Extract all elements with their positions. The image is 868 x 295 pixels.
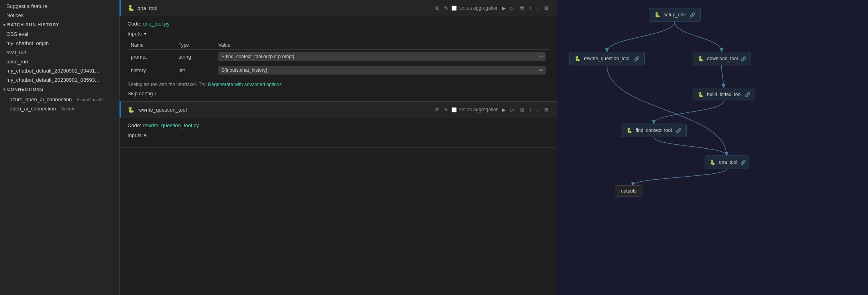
batch-run-item[interactable]: my_chatbot_origin (0, 39, 119, 48)
tool-header: 🐍 qna_tool ⧉ ✎ set as aggregation ▶ ▷ 🗑 … (120, 0, 557, 16)
flow-node-outputs[interactable]: outputs (615, 185, 642, 197)
value-input-wrap: ✏ (218, 66, 546, 75)
input-type: string (175, 50, 215, 64)
sidebar: Suggest a feature Notices ▾ BATCH RUN HI… (0, 0, 120, 295)
node-icon-qna_tool: 🐍 (710, 159, 716, 165)
input-name: prompt (128, 50, 175, 64)
node-label-download_tool: download_tool (707, 56, 738, 61)
inputs-header[interactable]: Inputs ▾ (128, 31, 549, 37)
tool-card-rewrite_question_tool: 🐍 rewrite_question_tool ⧉ ✎ set as aggre… (120, 102, 557, 148)
node-label-qna_tool: qna_tool (719, 159, 737, 165)
aggregation-label: set as aggregation (459, 5, 499, 11)
node-link-build_index_tool[interactable]: 🔗 (745, 92, 750, 97)
move-down-button[interactable]: ↓ (535, 106, 541, 114)
node-label-build_index_tool: build_index_tool (707, 92, 742, 97)
flow-node-setup_env[interactable]: 🐍 setup_env 🔗 (649, 8, 701, 22)
node-label-setup_env: setup_env (664, 12, 685, 18)
node-icon-find_context_tool: 🐍 (626, 127, 632, 134)
run-all-button[interactable]: ▷ (509, 4, 516, 12)
batch-run-item[interactable]: base_run (0, 57, 119, 66)
run-all-button[interactable]: ▷ (509, 106, 516, 114)
tool-header: 🐍 rewrite_question_tool ⧉ ✎ set as aggre… (120, 102, 557, 118)
flow-node-download_tool[interactable]: 🐍 download_tool 🔗 (693, 52, 750, 65)
edit-button[interactable]: ✎ (442, 106, 450, 114)
value-input-field[interactable] (218, 66, 546, 75)
aggregation-check: set as aggregation (452, 5, 499, 11)
edit-button[interactable]: ✎ (442, 4, 450, 12)
tool-name: qna_tool (137, 5, 431, 11)
run-button[interactable]: ▶ (500, 4, 507, 12)
value-input-wrap: ✏ (218, 52, 546, 61)
regenerate-link[interactable]: Regenerate with advanced options (208, 82, 282, 87)
skip-config[interactable]: Skip config › (128, 90, 549, 96)
flow-node-rewrite_question_tool[interactable]: 🐍 rewrite_question_tool 🔗 (569, 52, 645, 65)
flow-panel: 🐍 setup_env 🔗 🐍 rewrite_question_tool 🔗 … (557, 0, 868, 295)
connection-item[interactable]: azure_open_ai_connectionAzureOpenAI (0, 95, 119, 104)
node-link-rewrite_question_tool[interactable]: 🔗 (634, 56, 640, 61)
batch-run-history-section[interactable]: ▾ BATCH RUN HISTORY (0, 20, 119, 30)
code-link: Code: rewrite_question_tool.py (128, 122, 549, 128)
code-file-link[interactable]: rewrite_question_tool.py (143, 122, 199, 128)
aggregation-checkbox[interactable] (452, 6, 457, 11)
issues-text: Seeing issues with the interface? Try: R… (128, 82, 549, 87)
aggregation-checkbox[interactable] (452, 107, 457, 112)
batch-run-item[interactable]: OSS eval (0, 30, 119, 39)
node-link-find_context_tool[interactable]: 🔗 (676, 128, 681, 133)
tool-name: rewrite_question_tool (137, 107, 431, 113)
batch-run-item[interactable]: my_chatbot_default_20230901_09431... (0, 66, 119, 75)
col-header-type: Type (175, 41, 215, 50)
copy-button[interactable]: ⧉ (434, 106, 441, 114)
node-link-setup_env[interactable]: 🔗 (690, 12, 695, 18)
col-header-name: Name (128, 41, 175, 50)
connection-item[interactable]: open_ai_connectionOpenAI (0, 104, 119, 113)
delete-button[interactable]: 🗑 (518, 4, 526, 12)
node-icon-build_index_tool: 🐍 (698, 91, 704, 98)
move-up-button[interactable]: ↑ (528, 4, 534, 12)
batch-run-item[interactable]: eval_run (0, 48, 119, 57)
input-row: history list ✏ (128, 63, 549, 77)
flow-node-find_context_tool[interactable]: 🐍 find_context_tool 🔗 (621, 124, 687, 137)
connections-section[interactable]: ▾ CONNECTIONS (0, 85, 119, 94)
copy-button[interactable]: ⧉ (434, 4, 441, 12)
node-icon-download_tool: 🐍 (698, 55, 704, 62)
skip-config-label: Skip config (128, 90, 153, 96)
input-type: list (175, 63, 215, 77)
sidebar-item-notices[interactable]: Notices (0, 11, 119, 20)
settings-button[interactable]: ⚙ (542, 4, 550, 12)
value-edit-button[interactable]: ✏ (539, 67, 543, 73)
connection-name: azure_open_ai_connection (10, 96, 72, 102)
chevron-down-icon-connections: ▾ (3, 87, 6, 92)
aggregation-label: set as aggregation (459, 107, 499, 112)
value-edit-button[interactable]: ✏ (539, 54, 543, 59)
node-icon-setup_env: 🐍 (654, 12, 660, 18)
chevron-down-icon: ▾ (3, 23, 6, 27)
move-up-button[interactable]: ↑ (528, 106, 534, 114)
delete-button[interactable]: 🗑 (518, 106, 526, 114)
connection-name: open_ai_connection (10, 106, 56, 112)
inputs-chevron-icon: ▾ (144, 31, 147, 37)
tool-actions: ⧉ ✎ set as aggregation ▶ ▷ 🗑 ↑ ↓ ⚙ (434, 4, 550, 12)
tool-python-icon: 🐍 (127, 4, 134, 12)
node-link-qna_tool[interactable]: 🔗 (740, 160, 746, 165)
flow-node-qna_tool[interactable]: 🐍 qna_tool 🔗 (705, 155, 748, 169)
col-header-value: Value (215, 41, 549, 50)
settings-button[interactable]: ⚙ (542, 106, 550, 114)
sidebar-item-suggest-feature[interactable]: Suggest a feature (0, 2, 119, 11)
input-value-cell: ✏ (215, 50, 549, 64)
node-link-download_tool[interactable]: 🔗 (741, 56, 746, 61)
code-link: Code: qna_tool.py (128, 21, 549, 27)
tool-body: Code: rewrite_question_tool.py Inputs ▾ (120, 118, 557, 147)
batch-run-item[interactable]: my_chatbot_default_20230901_08593... (0, 75, 119, 85)
edge-download_tool-build_index_tool (722, 65, 724, 88)
value-input-field[interactable] (218, 52, 546, 61)
edge-find_context_tool-qna_tool (654, 137, 727, 155)
node-icon-rewrite_question_tool: 🐍 (574, 55, 581, 62)
connection-type: OpenAI (61, 106, 75, 111)
flow-node-build_index_tool[interactable]: 🐍 build_index_tool 🔗 (693, 88, 754, 101)
connections-list: azure_open_ai_connectionAzureOpenAIopen_… (0, 94, 119, 114)
inputs-header[interactable]: Inputs ▾ (128, 132, 549, 138)
run-button[interactable]: ▶ (500, 106, 507, 114)
move-down-button[interactable]: ↓ (535, 4, 541, 12)
code-file-link[interactable]: qna_tool.py (143, 21, 169, 27)
input-row: prompt string ✏ (128, 50, 549, 64)
